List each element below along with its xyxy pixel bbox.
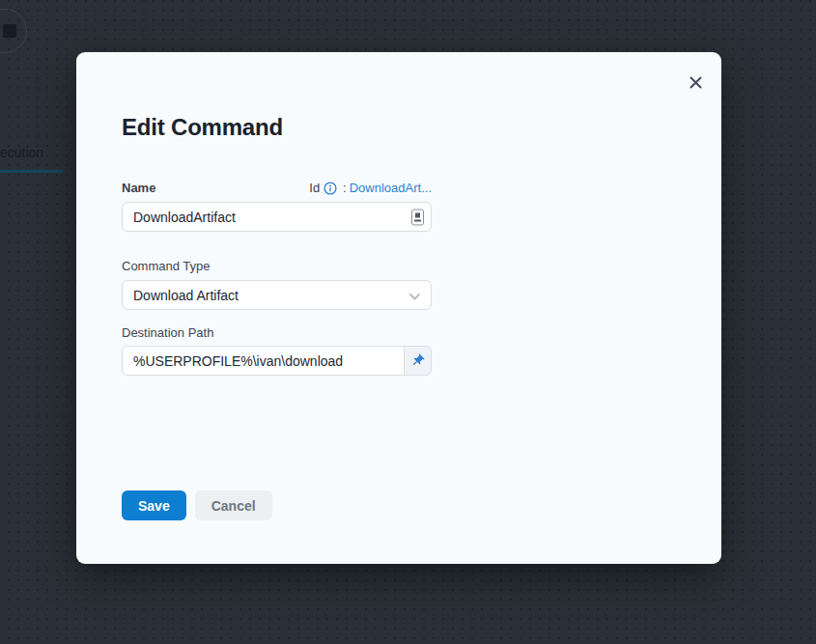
pin-button[interactable] xyxy=(404,346,432,376)
destination-path-group xyxy=(122,346,432,376)
name-label: Name xyxy=(122,181,155,195)
stop-button[interactable] xyxy=(0,9,27,53)
chevron-down-icon xyxy=(409,287,420,304)
command-type-select[interactable]: Download Artifact xyxy=(122,280,432,310)
close-icon[interactable] xyxy=(683,70,708,95)
active-tab-indicator xyxy=(0,170,63,173)
command-type-label: Command Type xyxy=(122,259,211,273)
edit-command-dialog: Edit Command Name Id : DownloadArt... Co… xyxy=(76,52,721,564)
stop-icon xyxy=(3,24,16,38)
dialog-title: Edit Command xyxy=(122,115,283,140)
command-id-group: Id : DownloadArt... xyxy=(309,181,432,195)
destination-path-label: Destination Path xyxy=(122,325,213,340)
id-label: Id xyxy=(309,181,320,195)
tab-execution[interactable]: ecution xyxy=(0,145,43,161)
tab-execution-label: ecution xyxy=(0,145,43,161)
command-type-value: Download Artifact xyxy=(133,288,239,303)
destination-path-input[interactable] xyxy=(122,346,405,376)
command-id-link[interactable]: DownloadArt... xyxy=(350,181,432,195)
autofill-icon-line xyxy=(414,219,421,221)
save-button[interactable]: Save xyxy=(122,490,186,520)
name-input[interactable] xyxy=(122,202,432,232)
name-label-row: Name Id : DownloadArt... xyxy=(122,181,432,195)
name-input-wrap xyxy=(122,202,432,232)
pushpin-icon xyxy=(408,350,428,371)
autofill-icon xyxy=(411,209,424,225)
dialog-actions: Save Cancel xyxy=(122,490,272,520)
autofill-icon-head xyxy=(415,212,420,217)
cancel-button[interactable]: Cancel xyxy=(195,490,272,520)
info-icon[interactable] xyxy=(324,182,337,195)
id-separator: : xyxy=(343,181,347,195)
